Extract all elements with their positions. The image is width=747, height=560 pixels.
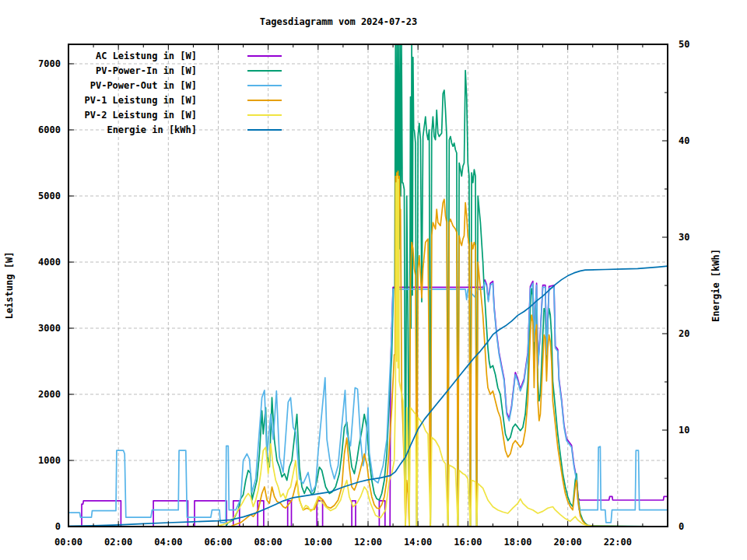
legend-label-energie: Energie in [kWh] bbox=[107, 124, 197, 135]
y-tick-label: 7000 bbox=[38, 58, 61, 69]
legend-label-pv_out: PV-Power-Out in [W] bbox=[90, 80, 197, 91]
y2-tick-label: 50 bbox=[679, 39, 689, 50]
daily-pv-chart-page: 00:0002:0004:0006:0008:0010:0012:0014:00… bbox=[0, 0, 747, 560]
y-tick-label: 1000 bbox=[38, 455, 61, 466]
x-tick-label: 00:00 bbox=[54, 537, 82, 548]
y-tick-label: 3000 bbox=[38, 323, 61, 334]
y-tick-label: 6000 bbox=[38, 124, 61, 135]
x-tick-label: 02:00 bbox=[104, 537, 132, 548]
x-tick-label: 10:00 bbox=[304, 537, 332, 548]
y2-tick-label: 20 bbox=[679, 328, 689, 339]
x-tick-label: 06:00 bbox=[204, 537, 232, 548]
y-tick-label: 2000 bbox=[38, 389, 61, 400]
x-tick-label: 18:00 bbox=[503, 537, 531, 548]
legend-label-pv2: PV-2 Leistung in [W] bbox=[85, 110, 198, 121]
x-tick-label: 12:00 bbox=[354, 537, 382, 548]
x-tick-label: 22:00 bbox=[604, 537, 632, 548]
y2-tick-label: 0 bbox=[679, 521, 684, 532]
tagesdiagramm-chart: 00:0002:0004:0006:0008:0010:0012:0014:00… bbox=[0, 0, 747, 560]
x-tick-label: 08:00 bbox=[254, 537, 282, 548]
x-tick-label: 16:00 bbox=[454, 537, 482, 548]
y-tick-label: 4000 bbox=[38, 257, 61, 268]
legend-label-pv_in: PV-Power-In in [W] bbox=[96, 65, 197, 76]
y2-tick-label: 30 bbox=[679, 232, 689, 243]
x-tick-label: 14:00 bbox=[404, 537, 432, 548]
y-tick-label: 5000 bbox=[38, 191, 61, 201]
left-axis-label: Leistung [W] bbox=[4, 252, 15, 320]
legend-label-ac: AC Leistung in [W] bbox=[96, 51, 197, 61]
legend-label-pv1: PV-1 Leistung in [W] bbox=[85, 95, 198, 106]
x-tick-label: 20:00 bbox=[554, 537, 582, 548]
x-tick-label: 04:00 bbox=[154, 537, 182, 548]
y2-tick-label: 10 bbox=[679, 425, 689, 436]
right-axis-label: Energie [kWh] bbox=[710, 249, 721, 322]
y2-tick-label: 40 bbox=[679, 135, 689, 146]
y-tick-label: 0 bbox=[55, 521, 61, 532]
chart-title: Tagesdiagramm vom 2024-07-23 bbox=[260, 16, 417, 27]
legend: AC Leistung in [W]PV-Power-In in [W]PV-P… bbox=[85, 51, 282, 135]
